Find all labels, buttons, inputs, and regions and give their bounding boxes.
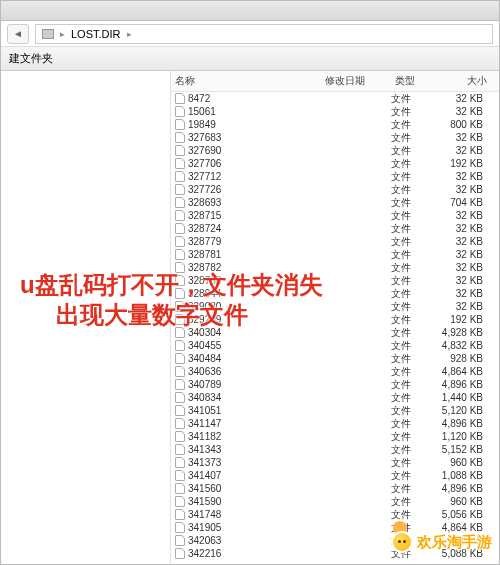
- file-size: 4,864 KB: [436, 522, 491, 533]
- file-icon: [175, 210, 185, 221]
- file-type: 文件: [391, 105, 436, 119]
- chevron-right-icon: ▸: [127, 29, 132, 39]
- new-folder-button[interactable]: 建文件夹: [9, 51, 53, 66]
- file-size: 32 KB: [436, 262, 491, 273]
- file-row[interactable]: 341905文件4,864 KB: [171, 521, 499, 534]
- column-header-type[interactable]: 类型: [391, 74, 436, 88]
- file-icon: [175, 171, 185, 182]
- file-row[interactable]: 340455文件4,832 KB: [171, 339, 499, 352]
- file-row[interactable]: 341343文件5,152 KB: [171, 443, 499, 456]
- file-row[interactable]: 327726文件32 KB: [171, 183, 499, 196]
- file-row[interactable]: 341182文件1,120 KB: [171, 430, 499, 443]
- file-row[interactable]: 329080文件32 KB: [171, 300, 499, 313]
- file-size: 1,088 KB: [436, 470, 491, 481]
- file-icon: [175, 93, 185, 104]
- file-size: 5,088 KB: [436, 548, 491, 559]
- file-row[interactable]: 342063文件960 KB: [171, 534, 499, 547]
- file-type: 文件: [391, 508, 436, 522]
- file-row[interactable]: 341051文件5,120 KB: [171, 404, 499, 417]
- file-name: 341560: [188, 483, 221, 494]
- file-size: 192 KB: [436, 314, 491, 325]
- drive-icon: [42, 29, 54, 39]
- file-row[interactable]: 327706文件192 KB: [171, 157, 499, 170]
- file-name: 340789: [188, 379, 221, 390]
- file-name: 340304: [188, 327, 221, 338]
- file-icon: [175, 418, 185, 429]
- file-row[interactable]: 342216文件5,088 KB: [171, 547, 499, 560]
- file-icon: [175, 145, 185, 156]
- file-name: 340484: [188, 353, 221, 364]
- file-row[interactable]: 341147文件4,896 KB: [171, 417, 499, 430]
- file-row[interactable]: 340834文件1,440 KB: [171, 391, 499, 404]
- file-type: 文件: [391, 456, 436, 470]
- file-row[interactable]: 328782文件32 KB: [171, 261, 499, 274]
- file-type: 文件: [391, 274, 436, 288]
- file-name: 19849: [188, 119, 216, 130]
- file-size: 32 KB: [436, 236, 491, 247]
- file-icon: [175, 106, 185, 117]
- file-name: 341343: [188, 444, 221, 455]
- file-type: 文件: [391, 157, 436, 171]
- file-size: 32 KB: [436, 171, 491, 182]
- file-type: 文件: [391, 469, 436, 483]
- file-row[interactable]: 328781文件32 KB: [171, 248, 499, 261]
- file-type: 文件: [391, 339, 436, 353]
- file-type: 文件: [391, 365, 436, 379]
- file-row[interactable]: 328715文件32 KB: [171, 209, 499, 222]
- file-name: 328693: [188, 197, 221, 208]
- file-row[interactable]: 328779文件32 KB: [171, 235, 499, 248]
- file-size: 4,832 KB: [436, 340, 491, 351]
- file-row[interactable]: 329209文件192 KB: [171, 313, 499, 326]
- file-row[interactable]: 327683文件32 KB: [171, 131, 499, 144]
- file-row[interactable]: 340304文件4,928 KB: [171, 326, 499, 339]
- address-bar[interactable]: ▸ LOST.DIR ▸: [35, 24, 493, 44]
- file-name: 328724: [188, 223, 221, 234]
- file-row[interactable]: 328783文件32 KB: [171, 274, 499, 287]
- file-size: 32 KB: [436, 288, 491, 299]
- file-row[interactable]: 327690文件32 KB: [171, 144, 499, 157]
- file-icon: [175, 548, 185, 559]
- file-row[interactable]: 340636文件4,864 KB: [171, 365, 499, 378]
- file-icon: [175, 405, 185, 416]
- file-row[interactable]: 341407文件1,088 KB: [171, 469, 499, 482]
- file-row[interactable]: 341590文件960 KB: [171, 495, 499, 508]
- file-type: 文件: [391, 547, 436, 561]
- file-row[interactable]: 341373文件960 KB: [171, 456, 499, 469]
- column-header-date[interactable]: 修改日期: [321, 74, 391, 88]
- file-name: 341407: [188, 470, 221, 481]
- file-row[interactable]: 340789文件4,896 KB: [171, 378, 499, 391]
- file-row[interactable]: 328693文件704 KB: [171, 196, 499, 209]
- title-bar[interactable]: [1, 1, 499, 21]
- toolbar: 建文件夹: [1, 47, 499, 71]
- file-size: 1,120 KB: [436, 431, 491, 442]
- file-icon: [175, 366, 185, 377]
- file-type: 文件: [391, 534, 436, 548]
- file-row[interactable]: 15061文件32 KB: [171, 105, 499, 118]
- file-row[interactable]: 341748文件5,056 KB: [171, 508, 499, 521]
- file-name: 342063: [188, 535, 221, 546]
- file-icon: [175, 119, 185, 130]
- file-size: 800 KB: [436, 119, 491, 130]
- file-size: 192 KB: [436, 158, 491, 169]
- file-type: 文件: [391, 313, 436, 327]
- file-icon: [175, 379, 185, 390]
- file-row[interactable]: 327712文件32 KB: [171, 170, 499, 183]
- file-name: 340636: [188, 366, 221, 377]
- file-row[interactable]: 328944文件32 KB: [171, 287, 499, 300]
- file-row[interactable]: 340484文件928 KB: [171, 352, 499, 365]
- file-row[interactable]: 8472文件32 KB: [171, 92, 499, 105]
- file-name: 341590: [188, 496, 221, 507]
- file-row[interactable]: 328724文件32 KB: [171, 222, 499, 235]
- file-row[interactable]: 19849文件800 KB: [171, 118, 499, 131]
- column-header-size[interactable]: 大小: [436, 74, 491, 88]
- file-icon: [175, 457, 185, 468]
- file-icon: [175, 353, 185, 364]
- sidebar-nav[interactable]: [1, 71, 171, 564]
- file-size: 32 KB: [436, 93, 491, 104]
- column-header-name[interactable]: 名称: [171, 74, 321, 88]
- file-name: 327683: [188, 132, 221, 143]
- file-row[interactable]: 341560文件4,896 KB: [171, 482, 499, 495]
- file-name: 341147: [188, 418, 221, 429]
- back-button[interactable]: ◄: [7, 24, 29, 44]
- file-type: 文件: [391, 482, 436, 496]
